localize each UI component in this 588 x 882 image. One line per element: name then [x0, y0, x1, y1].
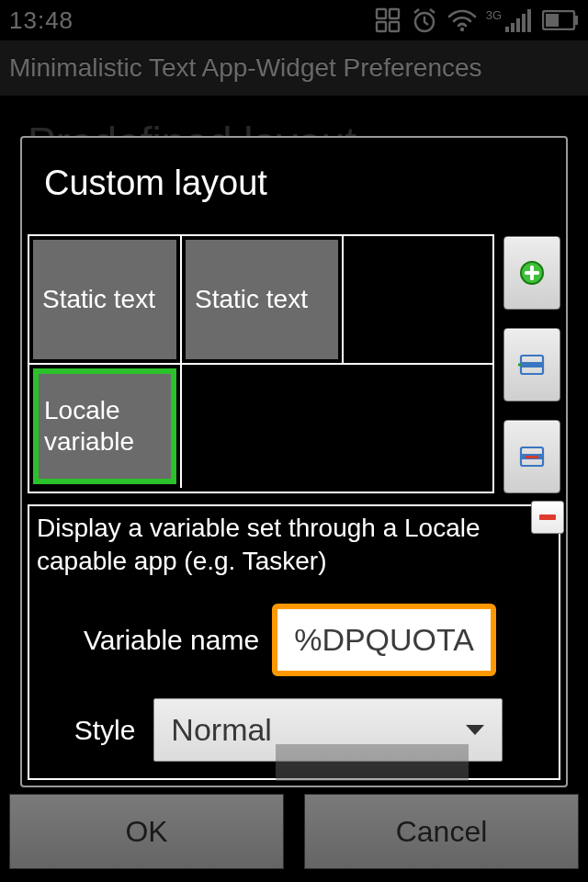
element-description: Display a variable set through a Locale … [37, 512, 551, 578]
grid-cell-empty[interactable] [344, 236, 492, 363]
delete-row-button[interactable] [503, 420, 560, 493]
dialog-title: Custom layout [22, 138, 566, 234]
ok-label: OK [125, 815, 167, 849]
grid-cell-label: Static text [33, 240, 176, 359]
cancel-label: Cancel [396, 815, 488, 849]
variable-name-value: %DPQUOTA [294, 622, 474, 657]
minus-icon [537, 507, 558, 527]
remove-element-button[interactable] [531, 501, 564, 534]
svg-rect-18 [521, 362, 543, 368]
grid-cell-label: Locale variable [33, 368, 176, 484]
add-element-button[interactable] [503, 236, 560, 310]
delete-row-icon [518, 445, 546, 469]
grid-cell-static-text-2[interactable]: Static text [182, 236, 344, 363]
custom-layout-dialog: Custom layout Static text Static text Lo… [20, 136, 568, 787]
ok-button[interactable]: OK [9, 794, 284, 869]
dialog-button-bar: OK Cancel [9, 794, 579, 869]
bg-button-fragment [276, 744, 469, 781]
svg-rect-21 [526, 456, 538, 458]
row-icon [518, 353, 546, 377]
insert-row-button[interactable] [503, 328, 560, 401]
grid-cell-static-text-1[interactable]: Static text [29, 236, 182, 363]
grid-cell-locale-variable[interactable]: Locale variable [29, 365, 182, 488]
variable-name-label: Variable name [84, 625, 259, 656]
grid-cell-empty[interactable] [182, 365, 492, 488]
svg-rect-22 [539, 514, 556, 520]
style-label: Style [74, 715, 136, 746]
element-details-panel: Display a variable set through a Locale … [28, 504, 560, 780]
grid-cell-label: Static text [186, 240, 338, 359]
plus-icon [518, 259, 546, 287]
svg-rect-16 [525, 271, 539, 275]
cancel-button[interactable]: Cancel [304, 794, 579, 869]
variable-name-input[interactable]: %DPQUOTA [272, 604, 496, 676]
style-value: Normal [171, 712, 272, 748]
chevron-down-icon [465, 724, 485, 737]
layout-grid: Static text Static text Locale variable [28, 234, 494, 493]
